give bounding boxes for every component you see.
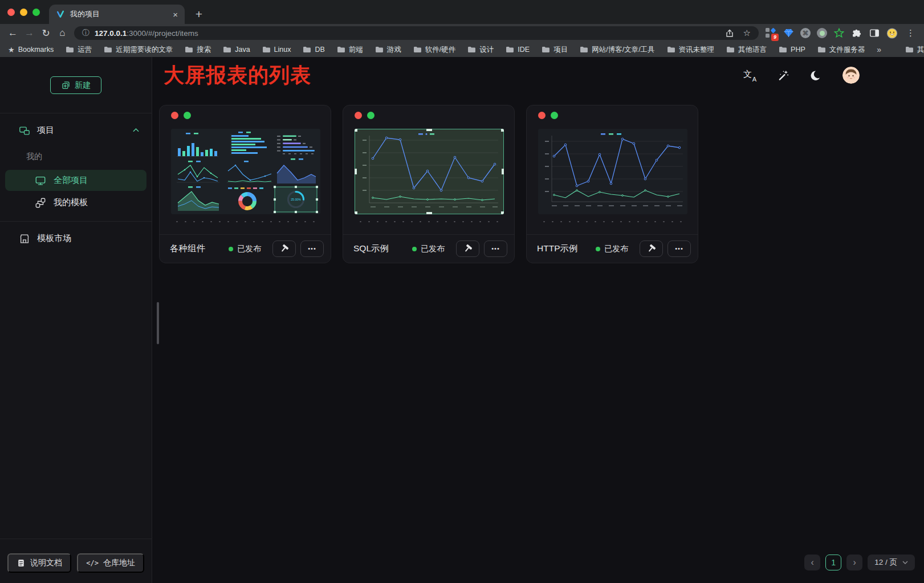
address-bar[interactable]: ⓘ 127.0.0.1:3000/#/project/items ☆ [74,26,759,40]
edit-project-button[interactable] [272,240,296,257]
main-content: 大屏报表的列表 文 A [152,57,924,583]
folder-icon [337,46,345,53]
sidebar-item-all-projects[interactable]: 全部项目 [5,170,146,191]
new-tab-button[interactable]: + [190,6,207,23]
bookmarks-home[interactable]: ★ Bookmarks [8,46,54,54]
back-icon[interactable]: ← [5,25,21,42]
window-close-button[interactable] [7,9,15,16]
reload-icon[interactable]: ↻ [38,25,54,42]
bookmark-folder[interactable]: 项目 [542,45,568,55]
user-avatar[interactable] [842,67,860,84]
bookmark-folder[interactable]: DB [303,46,324,54]
bookmark-folder[interactable]: 运营 [66,45,92,55]
forward-icon[interactable]: → [21,25,38,42]
bookmark-folder[interactable]: 游戏 [375,45,401,55]
browser-tab[interactable]: 我的项目 × [49,5,185,24]
share-icon[interactable] [725,28,734,38]
bookmark-folder[interactable]: 其他语言 [726,45,767,55]
bookmark-folder[interactable]: 软件/硬件 [413,45,455,55]
recorder-extension-icon[interactable] [817,28,827,38]
status-dot [412,247,417,251]
profile-avatar-emoji-icon[interactable] [886,27,898,39]
current-page-button[interactable]: 1 [825,555,841,570]
folder-icon [726,46,735,53]
window-minimize-button[interactable] [20,9,27,16]
edit-project-button[interactable] [456,240,479,257]
bookmark-folder[interactable]: IDE [506,46,530,54]
bookmark-folder[interactable]: 近期需要读的文章 [104,45,173,55]
next-page-button[interactable]: › [846,555,862,570]
prev-page-button[interactable]: ‹ [804,555,820,570]
other-bookmarks[interactable]: 其他书签 [905,45,924,55]
green-star-extension-icon[interactable] [833,27,845,39]
status-dot [596,247,600,251]
sidebar-divider [0,221,152,222]
bookmark-folder[interactable]: Java [223,46,250,54]
translate-button[interactable]: 文 A [743,69,757,81]
bookmark-folder[interactable]: 搜索 [185,45,211,55]
scrollbar-thumb[interactable] [157,302,159,344]
new-project-button[interactable]: 新建 [50,76,101,94]
bookmark-folder[interactable]: 资讯未整理 [667,45,715,55]
bookmark-folder[interactable]: Linux [262,46,291,54]
folder-icon [413,46,422,53]
folder-icon [223,46,231,53]
magic-wand-button[interactable] [776,68,790,82]
folder-icon [580,46,588,53]
command-extension-icon[interactable]: ⌘ [800,28,811,38]
project-card[interactable]: HTTP示例 已发布 [526,105,698,263]
folder-icon [66,46,74,53]
project-name: SQL示例 [353,243,412,255]
sidebar-group-projects[interactable]: 项目 [0,118,152,142]
status-badge: 已发布 [229,244,261,254]
window-zoom-button[interactable] [32,9,40,16]
bookmarks-star-icon: ★ [8,46,15,54]
tab-close-icon[interactable]: × [173,10,178,19]
bookmark-folder[interactable]: 前端 [337,45,363,55]
project-card[interactable]: 25.00% 各种组件 已发布 [159,105,331,263]
repository-button[interactable]: </> 仓库地址 [77,553,144,573]
edit-project-button[interactable] [640,240,663,257]
bookmark-star-icon[interactable]: ☆ [743,28,751,38]
card-footer: SQL示例 已发布 [343,234,514,263]
tab-strip: 我的项目 × + [0,0,924,24]
goview-logo-favicon [56,10,65,19]
bookmark-folder[interactable]: 设计 [467,45,494,55]
card-dotted-divider [540,221,685,223]
pagination: ‹ 1 › 12 / 页 [804,555,915,570]
bookmark-folder[interactable]: 网站/博客/文章/工具 [580,45,654,55]
docs-button[interactable]: 说明文档 [7,553,71,573]
folder-icon [905,46,914,53]
sidebar-item-template-market[interactable]: 模板市场 [0,226,152,251]
folder-icon [303,46,311,53]
dark-mode-moon-button[interactable] [809,68,823,82]
card-dotted-divider [173,221,318,223]
more-actions-button[interactable]: ••• [667,240,691,257]
more-icon: ••• [308,246,316,252]
bookmark-folder[interactable]: 文件服务器 [817,45,865,55]
folder-icon [779,46,787,53]
chevron-up-icon[interactable] [132,126,140,134]
more-actions-button[interactable]: ••• [484,240,507,257]
hammer-icon [279,244,289,254]
card-footer: 各种组件 已发布 [160,234,331,263]
home-icon[interactable]: ⌂ [54,25,71,42]
page-size-select[interactable]: 12 / 页 [868,555,915,570]
project-card[interactable]: SQL示例 已发布 [343,105,515,263]
project-name: HTTP示例 [537,243,596,255]
card-dotted-divider [356,221,501,223]
gauge-value-label: 25.00% [291,198,301,201]
site-info-icon[interactable]: ⓘ [82,28,89,38]
browser-menu-icon[interactable]: ⋮ [904,28,917,38]
bookmark-folder[interactable]: PHP [779,46,805,54]
more-actions-button[interactable]: ••• [300,240,324,257]
extensions-puzzle-icon[interactable] [851,27,862,39]
side-panel-icon[interactable] [869,27,880,39]
gem-extension-icon[interactable] [783,27,794,39]
sidebar-item-my-templates[interactable]: 我的模板 [5,192,146,213]
status-dot [229,247,233,251]
tab-manager-extension-icon[interactable]: 9 [766,28,776,39]
hammer-icon [646,244,656,254]
bookmarks-overflow-chevron[interactable]: » [877,45,881,54]
page-title: 大屏报表的列表 [164,62,311,89]
